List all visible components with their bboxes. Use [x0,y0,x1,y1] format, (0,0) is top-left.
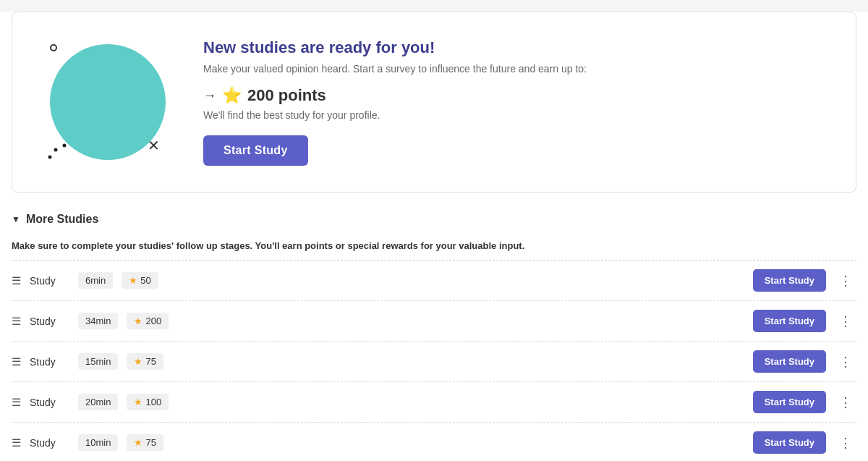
star-icon: ★ [134,316,142,326]
start-study-button[interactable]: Start Study [753,310,826,332]
study-row: ☰ Study 6min ★ 50 Start Study ⋮ [12,261,856,301]
more-studies-label: More Studies [26,213,98,226]
study-duration-badge: 20min [78,394,118,410]
more-options-button[interactable]: ⋮ [835,432,856,454]
study-duration-badge: 15min [78,353,118,370]
start-study-button[interactable]: Start Study [753,269,826,292]
study-list-icon: ☰ [12,274,21,287]
study-points-badge: ★ 75 [127,434,163,451]
start-study-button[interactable]: Start Study [753,431,826,454]
study-row: ☰ Study 34min ★ 200 Start Study ⋮ [12,301,856,342]
points-value: 100 [145,397,161,407]
study-points-badge: ★ 50 [122,272,158,289]
study-points-badge: ★ 75 [127,353,163,370]
study-duration-badge: 6min [78,272,113,289]
svg-point-7 [48,156,52,159]
study-label: Study [30,356,69,368]
svg-point-8 [54,148,58,152]
more-options-button[interactable]: ⋮ [835,351,856,373]
hero-illustration: ✕ [35,30,180,174]
study-duration-badge: 10min [78,434,118,451]
study-label: Study [30,275,69,287]
more-options-button[interactable]: ⋮ [835,270,856,292]
study-label: Study [30,437,69,449]
svg-point-9 [63,144,67,148]
study-duration-badge: 34min [78,313,118,329]
study-row: ☰ Study 10min ★ 75 Start Study ⋮ [12,423,856,461]
study-list-icon: ☰ [12,436,21,449]
points-value: 75 [145,356,156,367]
more-studies-header[interactable]: ▼ More Studies [12,204,856,234]
hero-banner: ✕ New studies are read [12,12,856,193]
star-icon: ★ [134,437,142,448]
points-value: 75 [145,437,156,448]
study-list-icon: ☰ [12,355,21,368]
study-points-badge: ★ 100 [127,394,169,410]
study-row: ☰ Study 15min ★ 75 Start Study ⋮ [12,342,856,382]
main-container: ✕ New studies are read [0,12,868,461]
start-study-button[interactable]: Start Study [753,391,826,413]
more-options-button[interactable]: ⋮ [835,310,856,332]
study-list-icon: ☰ [12,396,21,409]
study-points-badge: ★ 200 [127,313,169,329]
study-label: Study [30,397,69,408]
points-value: 50 [140,275,150,286]
more-options-button[interactable]: ⋮ [835,392,856,413]
star-icon-large: ⭐ [222,86,242,105]
study-list-icon: ☰ [12,315,21,328]
hero-start-study-button[interactable]: Start Study [203,135,308,166]
start-study-button[interactable]: Start Study [753,350,826,373]
hero-points-value: 200 points [247,86,326,105]
dots-arc-decoration [44,134,73,163]
hero-subtitle: Make your valued opinion heard. Start a … [203,63,833,75]
hero-points-row: → ⭐ 200 points [203,86,833,105]
star-icon: ★ [134,356,142,367]
arrow-icon: → [203,88,216,103]
hero-dot-decoration [50,44,57,51]
star-icon: ★ [129,275,137,286]
study-label: Study [30,316,69,327]
hero-content: New studies are ready for you! Make your… [203,38,833,166]
hero-title: New studies are ready for you! [203,38,833,57]
points-value: 200 [145,316,161,326]
more-studies-section: ▼ More Studies Make sure to complete you… [12,204,856,461]
chevron-down-icon: ▼ [12,214,20,224]
hero-x-decoration: ✕ [148,137,160,154]
study-list: ☰ Study 6min ★ 50 Start Study ⋮ ☰ Study … [12,261,856,461]
study-row: ☰ Study 20min ★ 100 Start Study ⋮ [12,382,856,423]
hero-find-text: We'll find the best study for your profi… [203,109,833,121]
star-icon: ★ [134,397,142,407]
follow-up-notice: Make sure to complete your studies' foll… [12,234,856,261]
